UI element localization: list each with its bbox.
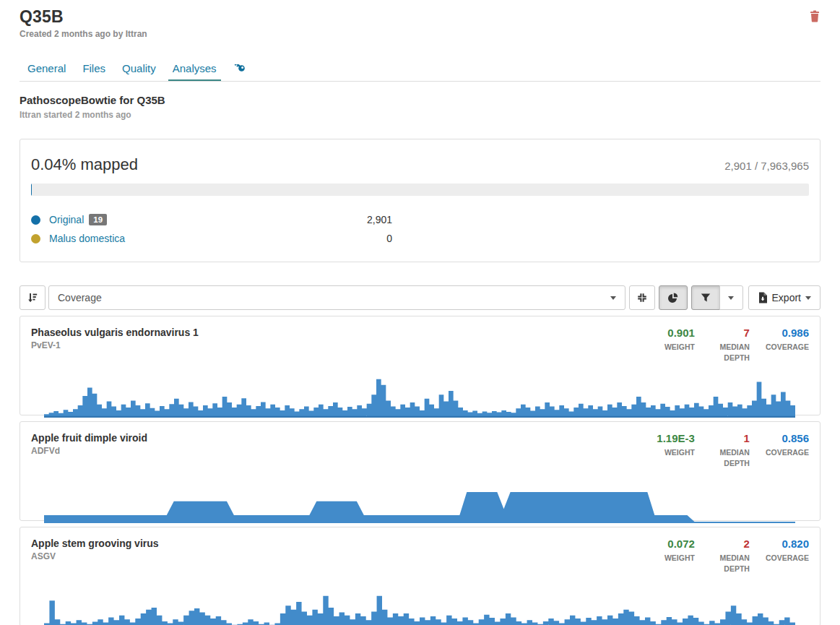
collapse-all-button[interactable]	[629, 285, 655, 310]
coverage-label: COVERAGE	[766, 553, 809, 564]
mapped-progress-bar	[31, 184, 809, 196]
stat-coverage: 0.820 COVERAGE	[766, 538, 809, 574]
file-export-icon	[758, 292, 768, 303]
tab-analyses[interactable]: Analyses	[168, 56, 221, 81]
analysis-title: PathoscopeBowtie for Q35B	[20, 94, 820, 106]
stat-weight: 0.072 WEIGHT	[664, 538, 695, 574]
export-button[interactable]: Export	[748, 285, 820, 310]
tab-quality[interactable]: Quality	[118, 56, 160, 81]
mapped-read-ratio: 2,901 / 7,963,965	[724, 160, 809, 172]
median-depth-label: MEDIAN DEPTH	[711, 553, 750, 574]
legend-link-subtraction[interactable]: Malus domestica	[49, 233, 125, 244]
weight-format-button[interactable]	[659, 285, 688, 310]
tab-general[interactable]: General	[23, 56, 70, 81]
stat-median-depth: 1 MEDIAN DEPTH	[711, 432, 750, 469]
compress-icon	[636, 292, 648, 303]
key-icon	[233, 64, 246, 77]
legend-value-subtraction: 0	[386, 233, 392, 244]
sort-direction-button[interactable]	[20, 285, 46, 310]
filter-otus-button[interactable]	[691, 285, 720, 310]
filter-caret-icon	[728, 296, 734, 300]
analysis-started: Ittran started 2 months ago	[20, 110, 820, 120]
stat-coverage: 0.856 COVERAGE	[766, 432, 809, 469]
coverage-chart-wrap	[31, 376, 809, 418]
weight-value: 0.072	[664, 538, 695, 551]
legend-row-original: Original 19 2,901	[31, 210, 392, 229]
filter-icon	[700, 292, 711, 303]
coverage-value: 0.856	[766, 432, 809, 445]
sample-header: Q35B Created 2 months ago by Ittran	[20, 7, 820, 39]
legend-dot-subtraction	[31, 234, 40, 243]
results-toolbar: Coverage	[20, 285, 820, 310]
otu-name: Phaseolus vulgaris endornavirus 1	[31, 327, 199, 338]
legend-link-original[interactable]: Original	[49, 214, 84, 225]
coverage-chart	[44, 587, 795, 625]
export-label: Export	[772, 292, 801, 303]
sort-field-value: Coverage	[58, 292, 102, 303]
coverage-value: 0.820	[766, 538, 809, 551]
coverage-chart-wrap	[31, 587, 809, 625]
otu-card-pvev1[interactable]: Phaseolus vulgaris endornavirus 1 PvEV-1…	[20, 316, 820, 415]
coverage-label: COVERAGE	[766, 447, 809, 458]
stat-weight: 0.901 WEIGHT	[664, 327, 695, 363]
pie-chart-icon	[667, 292, 679, 304]
median-depth-label: MEDIAN DEPTH	[711, 447, 750, 469]
otu-stats: 0.072 WEIGHT 2 MEDIAN DEPTH 0.820 COVERA…	[664, 538, 809, 574]
sort-field-select[interactable]: Coverage	[48, 285, 625, 310]
filter-menu-button[interactable]	[719, 285, 743, 310]
otu-stats: 1.19E-3 WEIGHT 1 MEDIAN DEPTH 0.856 COVE…	[657, 432, 809, 469]
otu-abbreviation: PvEV-1	[31, 340, 199, 350]
trash-icon	[809, 10, 820, 22]
stat-median-depth: 2 MEDIAN DEPTH	[711, 538, 750, 574]
otu-card-asgv[interactable]: Apple stem grooving virus ASGV 0.072 WEI…	[20, 527, 820, 625]
otu-name: Apple fruit dimple viroid	[31, 432, 147, 444]
median-depth-value: 7	[711, 327, 750, 340]
legend-row-subtraction: Malus domestica 0	[31, 229, 392, 248]
tab-files[interactable]: Files	[78, 56, 110, 81]
page-title: Q35B	[20, 7, 820, 27]
legend-value-original: 2,901	[367, 214, 392, 225]
tab-rights[interactable]	[229, 59, 250, 81]
sample-tabs: General Files Quality Analyses	[20, 56, 820, 82]
coverage-chart	[44, 376, 795, 418]
otu-stats: 0.901 WEIGHT 7 MEDIAN DEPTH 0.986 COVERA…	[664, 327, 809, 363]
legend-badge-original: 19	[89, 214, 107, 225]
stat-weight: 1.19E-3 WEIGHT	[657, 432, 695, 469]
mapped-summary-card: 0.04% mapped 2,901 / 7,963,965 Original …	[20, 139, 820, 262]
median-depth-label: MEDIAN DEPTH	[711, 342, 750, 363]
median-depth-value: 2	[711, 538, 750, 551]
stat-coverage: 0.986 COVERAGE	[766, 327, 809, 363]
legend-dot-original	[31, 215, 40, 225]
mapped-percent-title: 0.04% mapped	[31, 155, 138, 174]
created-subtitle: Created 2 months ago by Ittran	[20, 29, 820, 39]
select-caret-icon	[610, 296, 616, 300]
weight-label: WEIGHT	[664, 553, 695, 564]
weight-value: 0.901	[664, 327, 695, 340]
otu-abbreviation: ASGV	[31, 551, 159, 561]
coverage-chart-wrap	[31, 481, 809, 523]
sort-amount-down-icon	[27, 292, 38, 303]
otu-abbreviation: ADFVd	[31, 446, 147, 456]
stat-median-depth: 7 MEDIAN DEPTH	[711, 327, 750, 363]
export-caret-icon	[805, 296, 811, 300]
weight-value: 1.19E-3	[657, 432, 695, 445]
otu-name: Apple stem grooving virus	[31, 538, 159, 549]
coverage-label: COVERAGE	[766, 342, 809, 353]
page: Q35B Created 2 months ago by Ittran Gene…	[0, 0, 840, 625]
mapped-legend: Original 19 2,901 Malus domestica 0	[31, 210, 392, 248]
coverage-value: 0.986	[766, 327, 809, 340]
median-depth-value: 1	[711, 432, 750, 445]
coverage-chart	[44, 481, 795, 523]
filter-button-group	[691, 285, 743, 310]
weight-label: WEIGHT	[664, 447, 695, 458]
delete-sample-button[interactable]	[809, 10, 820, 22]
weight-label: WEIGHT	[664, 342, 695, 353]
otu-card-adfvd[interactable]: Apple fruit dimple viroid ADFVd 1.19E-3 …	[20, 421, 820, 521]
